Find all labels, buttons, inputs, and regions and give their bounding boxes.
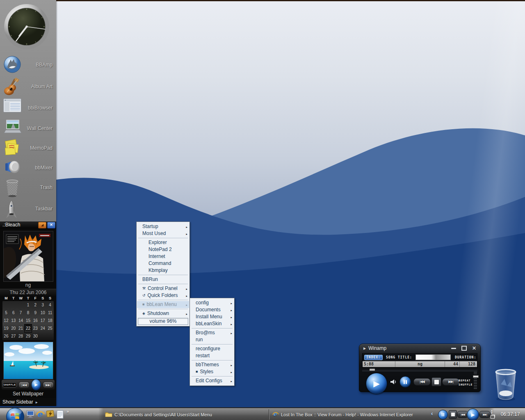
menu-item-reconfigure[interactable]: reconfigure [190,345,234,352]
set-wallpaper-button[interactable]: Set Wallpaper [0,391,56,397]
shuffle-button[interactable]: SHUFFLE [2,382,17,388]
calendar-day[interactable]: 21 [17,324,25,332]
calendar-day[interactable]: 18 [46,317,54,324]
calendar-day[interactable]: 12 [2,317,10,324]
calendar-day[interactable]: 10 [39,309,46,317]
calendar-day[interactable]: 3 [39,301,46,309]
sidebar-item-taskbar[interactable]: Taskbar [0,199,56,219]
show-sidebar-button[interactable]: Show Sidebar▸ [0,398,56,406]
calendar-day[interactable]: 20 [10,324,17,332]
menu-item-volume-96-[interactable]: volume 96% [138,318,188,325]
menu-item-styles[interactable]: ■Styles▸ [190,368,234,375]
next-wallpaper-button[interactable]: ▶▶| [43,381,54,388]
quick-launch-internet-explorer-icon[interactable]: e [36,410,45,420]
next-button[interactable]: ▶▶| [442,378,459,386]
quick-launch-winamp-icon[interactable] [46,410,55,420]
play-wallpaper-button[interactable]: ▶ [31,379,41,390]
sidebar-item-album-art[interactable]: Album Art [0,76,56,97]
tray-pause-button[interactable] [438,410,448,420]
menu-item-kbmplay[interactable]: Kbmplay [137,267,189,274]
calendar-day[interactable]: 6 [10,309,17,317]
wallpaper-preview-image[interactable] [3,342,53,379]
repeat-toggle[interactable]: REPEAT [459,379,472,383]
menu-item-explorer[interactable]: Explorer [137,239,189,246]
calendar-day[interactable]: 14 [17,317,25,324]
calendar-day[interactable]: 27 [10,332,17,340]
calendar-day[interactable]: 26 [2,332,10,340]
tray-play-button[interactable]: ▶ [467,409,479,420]
menu-item-install-menu[interactable]: Install Menu▸ [190,313,234,320]
winamp-titlebar[interactable]: ▶ Winamp ✕ [359,344,480,352]
pause-button[interactable] [399,376,411,388]
sidebar-item-memopad[interactable]: MemoPad [0,138,56,158]
sidebar-item-bbibrowser[interactable]: bbiBrowser [0,98,56,118]
tray-next-button[interactable]: ▶▶| [479,411,491,418]
calendar-day[interactable]: 24 [39,324,46,332]
sidebar-item-bbmixer[interactable]: bbMixer [0,158,56,178]
quick-launch-show-desktop-icon[interactable] [26,410,35,420]
winamp-menu-arrow-icon[interactable]: ▶ [363,347,366,350]
menu-item-internet[interactable]: Internet [137,253,189,260]
calendar-day[interactable]: 5 [2,309,10,317]
calendar-day[interactable]: 19 [2,324,10,332]
calendar-day[interactable]: 28 [17,332,25,340]
volume-slider[interactable] [474,372,477,390]
menu-item-notepad-2[interactable]: NotePad 2 [137,246,189,253]
calendar-day[interactable]: 13 [10,317,17,324]
quick-launch-notepad-icon[interactable] [57,410,64,420]
menu-item-command[interactable]: Command [137,260,189,267]
calendar-day-selected[interactable]: 22 [25,324,32,332]
menu-item-edit-configs[interactable]: Edit Configs▸ [190,377,234,384]
tray-window-icon[interactable] [491,415,495,419]
analog-clock[interactable] [3,3,50,50]
sidebar-item-bbamp[interactable]: BBAmp [0,55,56,75]
minimize-button[interactable] [451,348,456,349]
taskbar-task-start-menu[interactable]: C:\Documents and Settings\All Users\Star… [105,409,267,420]
seek-handle[interactable] [370,369,375,371]
tray-scroll-arrows-icon[interactable]: ▲▼ [491,409,493,414]
previous-button[interactable]: |◀◀ [413,378,431,386]
calendar-day[interactable]: 17 [39,317,46,324]
calendar-day[interactable]: 30 [32,332,39,340]
quick-launch-overflow-chevron[interactable]: » [66,409,69,414]
menu-item-shutdown[interactable]: ◈Shutdown▸ [137,310,189,317]
start-button[interactable] [6,407,25,420]
calendar-day[interactable]: 25 [46,324,54,332]
calendar-day[interactable]: 1 [25,301,32,309]
shuffle-toggle[interactable]: SHUFFLE [459,383,472,387]
bleach-panel-titlebar[interactable]: .:Bleach ◢ ✕ [0,221,56,228]
menu-item-startup[interactable]: Startup▸ [137,223,189,230]
volume-handle[interactable] [473,375,479,378]
speaker-icon[interactable] [390,379,397,387]
sidebar-item-trash[interactable]: Trash [0,177,56,198]
calendar-day[interactable]: 11 [46,309,54,317]
calendar-day[interactable]: 2 [32,301,39,309]
close-button[interactable]: ✕ [472,346,476,351]
menu-item-run[interactable]: run [190,336,234,343]
menu-item-most-used[interactable]: Most Used▸ [137,230,189,237]
maximize-button[interactable] [461,346,467,351]
play-button[interactable]: ▶ [366,373,387,394]
title-scroll-bar[interactable] [415,354,451,360]
seek-bar[interactable] [362,369,477,371]
menu-item-bbleanskin[interactable]: bbLeanSkin▸ [190,320,234,327]
calendar-day[interactable]: 9 [32,309,39,317]
menu-item-bbrun[interactable]: BBRun [137,276,189,283]
tray-stop-button[interactable] [449,410,457,419]
tray-collapse-chevron[interactable]: ‹ [431,410,433,417]
calendar-day[interactable]: 29 [25,332,32,340]
previous-wallpaper-button[interactable]: |◀◀ [18,381,30,388]
menu-item-config[interactable]: config▸ [190,299,234,306]
close-button[interactable]: ✕ [47,222,55,228]
menu-item-documents[interactable]: Documents▸ [190,306,234,313]
calendar-day[interactable]: 16 [32,317,39,324]
menu-item-control-panel[interactable]: ⚒Control Panel▸ [137,285,189,292]
calendar-day[interactable]: 7 [17,309,25,317]
calendar-day[interactable]: 23 [32,324,39,332]
calendar-day[interactable]: 15 [25,317,32,324]
menu-item-bro-ms[interactable]: Bro@ms▸ [190,329,234,336]
calendar-day[interactable]: 8 [25,309,32,317]
taskbar-task-internet-explorer[interactable]: e Lost In The Box :: View Forum - Help! … [272,409,430,420]
menu-item-bblean-menu[interactable]: ■bbLean Menu▸ [137,301,189,308]
stop-button[interactable] [431,377,441,386]
